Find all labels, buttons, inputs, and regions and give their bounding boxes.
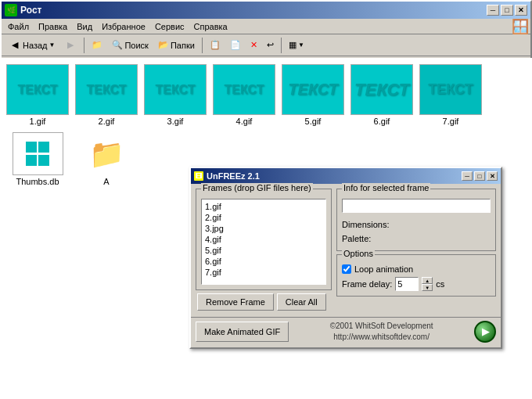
dimensions-label: Dimensions: (342, 217, 491, 232)
list-item[interactable]: ТЕКСТ 6.gif (350, 64, 413, 126)
toolbar-separator-3 (281, 38, 282, 53)
frames-list-item[interactable]: 7.gif (203, 267, 324, 278)
list-item[interactable]: ТЕКСТ 5.gif (282, 64, 344, 126)
folder-up-icon: 📁 (92, 40, 102, 50)
thumb-text: ТЕКСТ (354, 80, 409, 100)
main-maximize-button[interactable]: □ (501, 5, 513, 16)
dialog-minimize-button[interactable]: ─ (462, 171, 473, 181)
toolbar-separator-2 (202, 38, 203, 53)
info-group-legend: Info for selected frame (342, 183, 430, 192)
dialog-title: UnFREEz 2.1 (207, 171, 462, 181)
list-item[interactable]: Thumbs.db (6, 132, 69, 186)
paste-button[interactable]: 📄 (226, 37, 245, 54)
file-name: 2.gif (99, 117, 115, 126)
frames-list-item[interactable]: 6.gif (203, 256, 324, 267)
menu-edit[interactable]: Правка (34, 20, 72, 33)
dialog-main-row: Frames (drop GIF files here) 1.gif 2.gif… (196, 189, 496, 311)
options-group: Options Loop animation Frame delay: ▲ ▼ … (336, 254, 496, 297)
frames-buttons-row: Remove Frame Clear All (196, 293, 332, 311)
folders-button[interactable]: 📂 Папки (154, 37, 199, 54)
file-thumbnail: 📁 (81, 132, 132, 175)
palette-label: Palette: (342, 232, 491, 246)
file-name: Thumbs.db (16, 177, 59, 186)
dialog-close-button[interactable]: ✕ (487, 171, 498, 181)
file-thumbnail: ТЕКСТ (350, 64, 413, 115)
menu-service[interactable]: Сервис (150, 20, 189, 33)
file-thumbnail: ТЕКСТ (213, 64, 275, 115)
list-item[interactable]: ТЕКСТ 1.gif (6, 64, 69, 126)
thumb-text: ТЕКСТ (18, 83, 58, 97)
view-dropdown-icon[interactable]: ▼ (298, 41, 304, 49)
list-item[interactable]: ТЕКСТ 7.gif (419, 64, 482, 126)
main-minimize-button[interactable]: ─ (487, 5, 499, 16)
thumb-text: ТЕКСТ (87, 83, 127, 97)
list-item[interactable]: ТЕКСТ 3.gif (144, 64, 207, 126)
view-icon: ▦ (289, 40, 297, 50)
file-name: 7.gif (443, 117, 459, 126)
back-arrow-icon: ◀ (9, 39, 21, 52)
back-label: Назад (23, 41, 48, 50)
folder-icon: 📁 (89, 138, 124, 171)
make-animated-gif-button[interactable]: Make Animated GIF (196, 322, 289, 342)
frames-list-item[interactable]: 5.gif (203, 245, 324, 256)
file-name: A (103, 177, 109, 186)
menu-favorites[interactable]: Избранное (97, 20, 150, 33)
folder-up-button[interactable]: 📁 (88, 37, 106, 54)
loop-animation-row: Loop animation (342, 264, 491, 274)
back-dropdown-icon[interactable]: ▼ (49, 41, 56, 49)
list-item[interactable]: 📁 A (75, 132, 138, 186)
copy-button[interactable]: 📋 (206, 37, 225, 54)
frame-delay-spinner: ▲ ▼ (422, 277, 433, 291)
menu-view[interactable]: Вид (72, 20, 97, 33)
copy-icon: 📋 (210, 40, 221, 50)
info-options-column: Info for selected frame Dimensions: Pale… (336, 189, 496, 311)
frame-delay-input[interactable] (395, 277, 419, 291)
main-close-button[interactable]: ✕ (515, 5, 527, 16)
list-item[interactable]: ТЕКСТ 4.gif (213, 64, 275, 126)
file-thumbnail: ТЕКСТ (6, 64, 69, 115)
forward-arrow-icon: ▶ (64, 39, 77, 52)
delete-icon: ✕ (250, 40, 257, 50)
main-window-icon: 🌿 (5, 4, 17, 16)
file-name: 6.gif (374, 117, 390, 126)
unfreeez-logo-icon: ▶ (474, 321, 496, 343)
file-name: 5.gif (305, 117, 322, 126)
toolbar: ◀ Назад ▼ ▶ 📁 🔍 Поиск 📂 Папки 📋 📄 (2, 34, 530, 56)
undo-button[interactable]: ↩ (263, 37, 278, 54)
remove-frame-button[interactable]: Remove Frame (197, 293, 274, 311)
frames-group: Frames (drop GIF files here) 1.gif 2.gif… (196, 189, 332, 290)
search-button[interactable]: 🔍 Поиск (108, 37, 152, 54)
dialog-content: Frames (drop GIF files here) 1.gif 2.gif… (191, 184, 501, 315)
xp-logo-icon: 🪟 (512, 18, 529, 35)
clear-all-button[interactable]: Clear All (277, 293, 326, 311)
frames-list-item[interactable]: 2.gif (203, 212, 324, 223)
main-title-bar: 🌿 Рост ─ □ ✕ (2, 2, 530, 19)
forward-button[interactable]: ▶ (60, 37, 81, 54)
menu-help[interactable]: Справка (189, 20, 232, 33)
dialog-maximize-button[interactable]: □ (474, 171, 485, 181)
frame-delay-row: Frame delay: ▲ ▼ cs (342, 277, 491, 291)
frames-list-item[interactable]: 1.gif (203, 201, 324, 212)
list-item[interactable]: ТЕКСТ 2.gif (75, 64, 138, 126)
paste-icon: 📄 (230, 40, 241, 50)
frame-delay-label: Frame delay: (342, 279, 392, 289)
view-button[interactable]: ▦ ▼ (285, 37, 308, 54)
menu-file[interactable]: Файл (3, 20, 34, 33)
frames-panel: Frames (drop GIF files here) 1.gif 2.gif… (196, 189, 332, 311)
main-window-title: Рост (20, 5, 487, 16)
delete-button[interactable]: ✕ (246, 37, 261, 54)
info-input[interactable] (342, 199, 491, 213)
search-icon: 🔍 (112, 40, 123, 50)
thumb-text: ТЕКСТ (156, 83, 196, 97)
menu-bar: Файл Правка Вид Избранное Сервис Справка… (2, 19, 530, 34)
frames-list-item[interactable]: 4.gif (203, 234, 324, 245)
back-button[interactable]: ◀ Назад ▼ (5, 37, 59, 54)
spinner-down-button[interactable]: ▼ (422, 284, 433, 291)
frames-list-item[interactable]: 3.jpg (203, 223, 324, 234)
file-thumbnail: ТЕКСТ (419, 64, 482, 115)
folders-label: Папки (171, 41, 195, 50)
frames-list[interactable]: 1.gif 2.gif 3.jpg 4.gif 5.gif 6.gif 7.gi… (201, 199, 326, 285)
loop-animation-checkbox[interactable] (342, 264, 351, 274)
file-thumbnail: ТЕКСТ (144, 64, 207, 115)
spinner-up-button[interactable]: ▲ (422, 277, 433, 284)
